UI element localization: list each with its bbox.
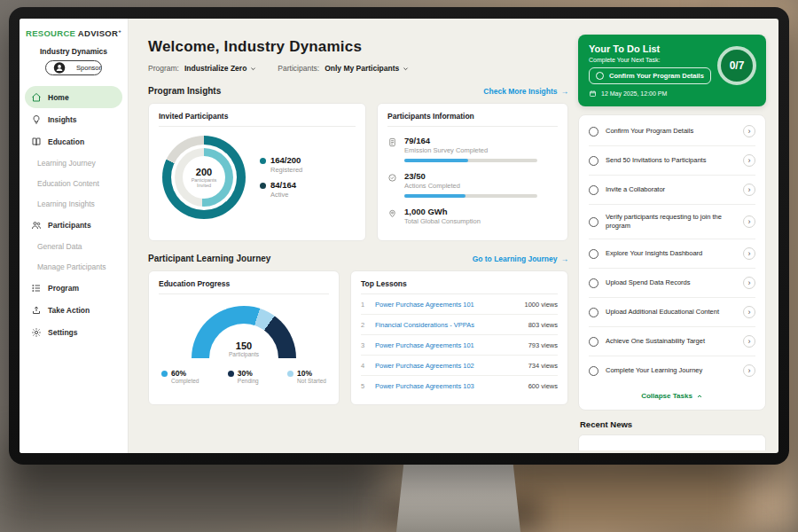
- location-pin-icon: [387, 208, 397, 218]
- chevron-right-icon[interactable]: ›: [743, 247, 755, 260]
- sidebar-item-home[interactable]: Home: [25, 86, 122, 108]
- filter-bar: Program: Industrialize Zero Participants…: [148, 64, 583, 73]
- chevron-right-icon[interactable]: ›: [743, 154, 755, 167]
- lesson-link[interactable]: Power Purchase Agreements 102: [375, 362, 474, 370]
- actions-progress-fill: [404, 194, 466, 198]
- nav-label: Learning Insights: [37, 200, 95, 208]
- news-card-partial: [578, 434, 766, 450]
- monitor-stand: [396, 463, 520, 532]
- section-title-learning-journey: Participant Learning Journey: [148, 254, 270, 263]
- checkbox-icon[interactable]: [589, 308, 598, 317]
- task-row[interactable]: Verify participants requesting to join t…: [589, 205, 755, 239]
- actions-progress-track: [404, 194, 537, 198]
- sidebar-item-settings[interactable]: Settings: [25, 321, 122, 343]
- sidebar-item-take-action[interactable]: Take Action: [25, 299, 122, 321]
- checkbox-icon[interactable]: [596, 72, 604, 80]
- task-row[interactable]: Upload Spend Data Records ›: [589, 269, 755, 298]
- nav-label: Learning Journey: [37, 159, 96, 168]
- monitor-bezel: RESOURCE ADVISOR+ Industry Dynamics Spon…: [9, 7, 789, 465]
- clipboard-icon: [387, 137, 397, 147]
- info-row-consumption: 1,000 GWh Total Global Consumption: [387, 207, 558, 225]
- program-select[interactable]: Industrialize Zero: [184, 64, 256, 73]
- task-row[interactable]: Achieve One Sustainability Target ›: [589, 327, 755, 356]
- collapse-tasks-button[interactable]: Collapse Tasks: [589, 385, 755, 408]
- task-row[interactable]: Explore Your Insights Dashboard ›: [589, 239, 755, 269]
- info-row-survey: 79/164 Emission Survey Completed: [387, 136, 558, 162]
- gear-icon: [31, 327, 42, 338]
- sidebar-item-manage-participants[interactable]: Manage Participants: [25, 256, 122, 277]
- logo-advisor: ADVISOR: [78, 28, 118, 38]
- org-name: Industry Dynamics: [20, 47, 128, 56]
- chevron-down-icon: [250, 66, 256, 72]
- chevron-right-icon[interactable]: ›: [743, 364, 755, 377]
- gauge-center-label: Participants: [192, 351, 296, 357]
- participants-label: Participants:: [278, 64, 319, 73]
- sidebar-item-participants[interactable]: Participants: [25, 214, 122, 236]
- task-row[interactable]: Send 50 Invitations to Participants ›: [589, 146, 755, 176]
- checkbox-icon[interactable]: [589, 185, 598, 195]
- sidebar-item-education-content[interactable]: Education Content: [25, 173, 122, 193]
- lesson-link[interactable]: Power Purchase Agreements 101: [375, 341, 474, 349]
- sidebar-item-program[interactable]: Program: [25, 277, 122, 299]
- checkbox-icon[interactable]: [589, 278, 598, 288]
- chevron-right-icon[interactable]: ›: [743, 277, 755, 289]
- sidebar-item-insights[interactable]: Insights: [25, 108, 122, 130]
- program-label: Program:: [148, 64, 179, 73]
- calendar-icon: [589, 90, 597, 98]
- chevron-right-icon[interactable]: ›: [743, 306, 755, 318]
- lesson-rank: 1: [361, 301, 368, 309]
- sidebar-item-learning-insights[interactable]: Learning Insights: [25, 193, 122, 214]
- sidebar-item-education[interactable]: Education: [25, 130, 122, 153]
- todo-progress-circle: 0/7: [717, 46, 756, 85]
- todo-progress-value: 0/7: [730, 59, 745, 72]
- todo-next-task[interactable]: Confirm Your Program Details: [589, 67, 711, 84]
- task-row[interactable]: Upload Additional Educational Content ›: [589, 298, 755, 327]
- task-row[interactable]: Complete Your Learning Journey ›: [589, 356, 755, 385]
- legend-dot: [260, 183, 266, 189]
- top-lessons-card: Top Lessons 1 Power Purchase Agreements …: [350, 270, 568, 405]
- checkbox-icon[interactable]: [589, 366, 598, 376]
- checkbox-icon[interactable]: [589, 337, 598, 347]
- lesson-row: 5 Power Purchase Agreements 103 600 view…: [361, 376, 558, 396]
- todo-summary-card: Your To Do List Complete Your Next Task:…: [578, 35, 766, 106]
- legend-item-completed: 60%Completed: [161, 369, 199, 384]
- lesson-views: 1000 views: [524, 301, 558, 309]
- lesson-row: 4 Power Purchase Agreements 102 734 view…: [361, 356, 558, 376]
- program-value: Industrialize Zero: [184, 64, 246, 73]
- check-more-insights-link[interactable]: Check More Insights→: [483, 87, 568, 96]
- nav-label: Insights: [48, 115, 77, 124]
- task-row[interactable]: Invite a Collaborator ›: [589, 176, 755, 205]
- lesson-link[interactable]: Power Purchase Agreements 103: [375, 382, 474, 390]
- card-title: Education Progress: [159, 279, 329, 294]
- book-icon: [31, 137, 42, 147]
- go-to-learning-journey-link[interactable]: Go to Learning Journey→: [473, 254, 568, 263]
- main-content: Welcome, Industry Dynamics Program: Indu…: [129, 19, 583, 453]
- check-circle-icon: [387, 173, 397, 183]
- recent-news-title: Recent News: [580, 419, 766, 429]
- task-row[interactable]: Confirm Your Program Details ›: [589, 117, 755, 146]
- legend-dot: [287, 371, 293, 377]
- chevron-right-icon[interactable]: ›: [743, 335, 755, 348]
- sidebar-item-learning-journey[interactable]: Learning Journey: [25, 153, 122, 173]
- chevron-right-icon[interactable]: ›: [743, 125, 755, 137]
- section-title-program-insights: Program Insights: [148, 86, 221, 96]
- sponsor-badge[interactable]: Sponsor: [45, 60, 102, 75]
- screen: RESOURCE ADVISOR+ Industry Dynamics Spon…: [20, 19, 778, 453]
- lesson-link[interactable]: Power Purchase Agreements 101: [375, 301, 474, 309]
- lesson-link[interactable]: Financial Considerations - VPPAs: [375, 321, 474, 329]
- participants-select[interactable]: Only My Participants: [325, 64, 409, 73]
- donut-center-value: 200: [196, 167, 212, 177]
- sidebar-item-general-data[interactable]: General Data: [25, 236, 122, 256]
- checkbox-icon[interactable]: [589, 127, 598, 137]
- legend-item-pending: 30%Pending: [228, 369, 259, 384]
- card-title: Invited Participants: [159, 112, 356, 127]
- nav-label: Participants: [48, 221, 91, 230]
- lesson-views: 734 views: [528, 362, 558, 370]
- checkbox-icon[interactable]: [589, 156, 598, 166]
- checkbox-icon[interactable]: [589, 249, 598, 259]
- chevron-right-icon[interactable]: ›: [743, 184, 755, 196]
- chevron-right-icon[interactable]: ›: [743, 215, 755, 228]
- upload-icon: [31, 305, 42, 316]
- nav-label: Settings: [48, 328, 78, 337]
- checkbox-icon[interactable]: [589, 217, 598, 227]
